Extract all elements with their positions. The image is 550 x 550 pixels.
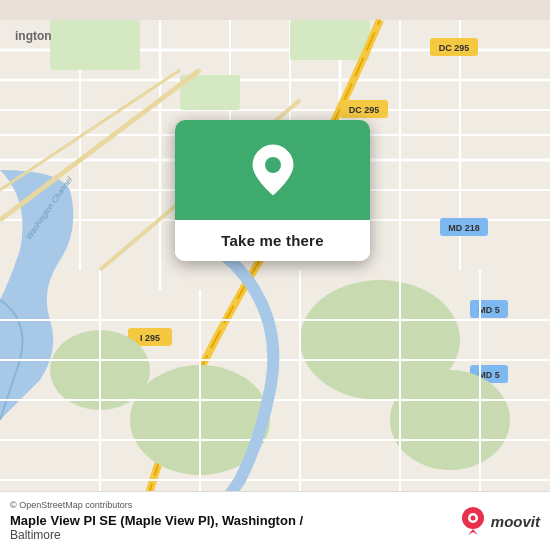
bottom-info: © OpenStreetMap contributors Maple View …: [10, 500, 303, 542]
moovit-logo: moovit: [459, 507, 540, 535]
svg-text:DC 295: DC 295: [349, 105, 380, 115]
svg-text:DC 295: DC 295: [439, 43, 470, 53]
svg-point-53: [265, 157, 281, 173]
action-card: Take me there: [175, 120, 370, 261]
map-container: DC 295 DC 295 DC 295 I 295 I 295 MD 218 …: [0, 0, 550, 550]
location-subtitle: Baltimore: [10, 528, 303, 542]
moovit-pin-icon: [459, 507, 487, 535]
map-background: DC 295 DC 295 DC 295 I 295 I 295 MD 218 …: [0, 0, 550, 550]
svg-point-56: [470, 516, 475, 521]
svg-text:ington: ington: [15, 29, 52, 43]
svg-text:MD 218: MD 218: [448, 223, 480, 233]
svg-text:I 295: I 295: [140, 333, 160, 343]
svg-point-38: [390, 370, 510, 470]
svg-rect-15: [50, 20, 140, 70]
bottom-bar: © OpenStreetMap contributors Maple View …: [0, 491, 550, 550]
location-title: Maple View Pl SE (Maple View Pl), Washin…: [10, 513, 303, 528]
svg-text:MD 5: MD 5: [478, 305, 500, 315]
location-pin-icon: [251, 143, 295, 197]
take-me-there-button[interactable]: Take me there: [175, 220, 370, 261]
moovit-brand-text: moovit: [491, 513, 540, 530]
svg-rect-16: [290, 20, 370, 60]
card-map-preview: [175, 120, 370, 220]
attribution-text: © OpenStreetMap contributors: [10, 500, 303, 510]
